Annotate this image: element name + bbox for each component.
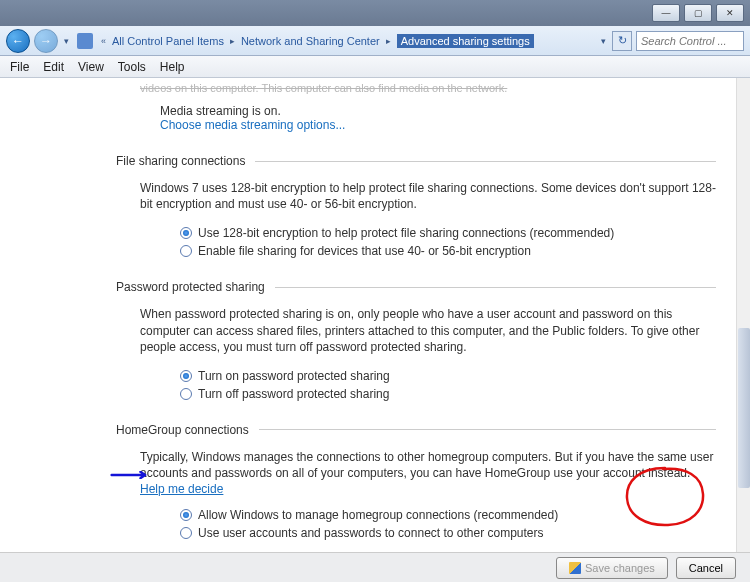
footer: Save changes Cancel [0, 552, 750, 582]
radio-homegroup-windows[interactable] [180, 509, 192, 521]
clipped-text: videos on this computer. This computer c… [140, 78, 716, 94]
path-dropdown[interactable]: ▾ [599, 36, 608, 46]
radio-password-on[interactable] [180, 370, 192, 382]
radio-password-on-label: Turn on password protected sharing [198, 369, 390, 383]
minimize-button[interactable]: — [652, 4, 680, 22]
section-title-password: Password protected sharing [116, 280, 265, 294]
radio-40-56bit[interactable] [180, 245, 192, 257]
cancel-button[interactable]: Cancel [676, 557, 736, 579]
help-me-decide-link[interactable]: Help me decide [140, 482, 223, 496]
history-dropdown[interactable]: ▾ [62, 36, 71, 46]
breadcrumb-advanced-sharing[interactable]: Advanced sharing settings [397, 34, 534, 48]
scrollbar[interactable] [736, 78, 750, 552]
shield-icon [569, 562, 581, 574]
file-sharing-desc: Windows 7 uses 128-bit encryption to hel… [140, 180, 716, 212]
homegroup-desc: Typically, Windows manages the connectio… [140, 449, 716, 498]
menu-file[interactable]: File [10, 60, 29, 74]
radio-password-off-label: Turn off password protected sharing [198, 387, 389, 401]
media-status: Media streaming is on. [160, 104, 716, 118]
media-options-link[interactable]: Choose media streaming options... [160, 118, 345, 132]
menu-edit[interactable]: Edit [43, 60, 64, 74]
radio-homegroup-accounts-label: Use user accounts and passwords to conne… [198, 526, 544, 540]
scrollbar-thumb[interactable] [738, 328, 750, 488]
close-button[interactable]: ✕ [716, 4, 744, 22]
radio-40-56bit-label: Enable file sharing for devices that use… [198, 244, 531, 258]
section-title-file-sharing: File sharing connections [116, 154, 245, 168]
chevron-icon[interactable]: ▸ [384, 36, 393, 46]
forward-button[interactable]: → [34, 29, 58, 53]
menu-tools[interactable]: Tools [118, 60, 146, 74]
back-button[interactable]: ← [6, 29, 30, 53]
divider [259, 429, 716, 430]
divider [255, 161, 716, 162]
radio-homegroup-windows-label: Allow Windows to manage homegroup connec… [198, 508, 558, 522]
radio-128bit-label: Use 128-bit encryption to help protect f… [198, 226, 614, 240]
menu-view[interactable]: View [78, 60, 104, 74]
divider [275, 287, 716, 288]
window-titlebar: — ▢ ✕ [0, 0, 750, 26]
section-title-homegroup: HomeGroup connections [116, 423, 249, 437]
menu-bar: File Edit View Tools Help [0, 56, 750, 78]
content-pane: videos on this computer. This computer c… [0, 78, 750, 552]
password-desc: When password protected sharing is on, o… [140, 306, 716, 355]
save-changes-button[interactable]: Save changes [556, 557, 668, 579]
radio-homegroup-accounts[interactable] [180, 527, 192, 539]
breadcrumb-network-center[interactable]: Network and Sharing Center [241, 35, 380, 47]
search-input[interactable] [636, 31, 744, 51]
refresh-button[interactable]: ↻ [612, 31, 632, 51]
nav-bar: ← → ▾ « All Control Panel Items ▸ Networ… [0, 26, 750, 56]
menu-help[interactable]: Help [160, 60, 185, 74]
radio-password-off[interactable] [180, 388, 192, 400]
radio-128bit[interactable] [180, 227, 192, 239]
maximize-button[interactable]: ▢ [684, 4, 712, 22]
control-panel-icon [77, 33, 93, 49]
breadcrumb-all-items[interactable]: All Control Panel Items [112, 35, 224, 47]
chevron-icon[interactable]: « [99, 36, 108, 46]
chevron-icon[interactable]: ▸ [228, 36, 237, 46]
